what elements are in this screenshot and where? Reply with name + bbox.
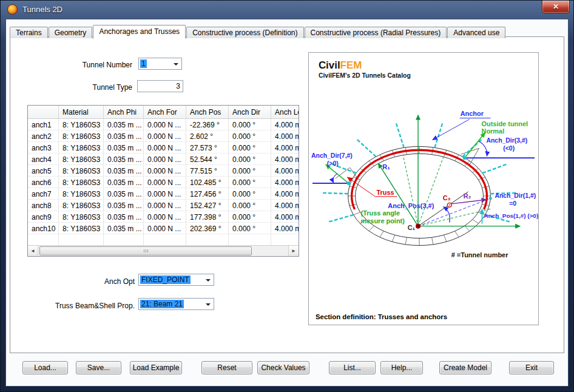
- scroll-right-button[interactable]: ►: [288, 246, 299, 256]
- table-row[interactable]: anch28: Y1860S30.035 m ...0.000 N ...2.6…: [28, 130, 299, 142]
- exit-button[interactable]: Exit: [509, 361, 554, 374]
- table-cell: [271, 234, 299, 245]
- table-cell: 0.000 N ...: [144, 130, 186, 141]
- column-header[interactable]: Anch For: [144, 106, 186, 118]
- table-cell: 8: Y1860S3: [59, 188, 104, 199]
- chevron-down-icon: [174, 63, 178, 66]
- table-cell: [186, 234, 229, 245]
- dialog-client-area: Terrains Geometry Anchorages and Trusses…: [5, 19, 569, 387]
- column-header[interactable]: Material: [59, 106, 104, 118]
- table-row[interactable]: anch88: Y1860S30.035 m ...0.000 N ...152…: [28, 200, 299, 211]
- anch-opt-value: FIXED_POINT: [140, 275, 191, 284]
- anchor-table[interactable]: MaterialAnch PhiAnch ForAnch PosAnch Dir…: [27, 105, 299, 257]
- table-cell: anch9: [28, 211, 59, 222]
- table-row[interactable]: anch48: Y1860S30.035 m ...0.000 N ...52.…: [28, 154, 299, 165]
- tunnel-number-select[interactable]: 1: [138, 58, 182, 70]
- table-cell: 4.000 m: [271, 154, 299, 164]
- c2-label: C₂: [443, 194, 451, 201]
- table-cell: 0.035 m ...: [104, 142, 144, 153]
- outside-normal-arrow: [465, 132, 485, 158]
- anchor-line: [328, 215, 353, 222]
- create-model-button[interactable]: Create Model: [439, 361, 491, 374]
- table-row[interactable]: anch68: Y1860S30.035 m ...0.000 N ...102…: [28, 177, 299, 188]
- anch-dir3-sign: (<0): [503, 145, 515, 152]
- scroll-left-button[interactable]: ◄: [28, 246, 38, 256]
- table-cell: [144, 234, 186, 245]
- table-cell: 0.000 °: [229, 223, 271, 234]
- tunnel-number-value: 1: [140, 59, 147, 68]
- table-row[interactable]: anch38: Y1860S30.035 m ...0.000 N ...27.…: [28, 142, 299, 154]
- table-cell: anch5: [28, 165, 59, 176]
- r2-radius-arrow: [451, 200, 487, 204]
- load-example-button[interactable]: Load Example: [130, 361, 182, 374]
- tab-constructive-process-radial-pressures[interactable]: Constructive process (Radial Pressures): [305, 27, 447, 38]
- truss-angle-note-line1: (Truss angle: [361, 209, 400, 217]
- table-cell: 0.000 °: [229, 154, 271, 164]
- table-cell: 0.000 °: [229, 211, 271, 222]
- horizontal-scrollbar[interactable]: ◄ ►: [28, 245, 299, 256]
- table-cell: 4.000 m: [271, 177, 299, 188]
- truss-prop-label: Truss Beam&Shell Prop.: [35, 302, 135, 310]
- table-row[interactable]: anch78: Y1860S30.035 m ...0.000 N ...127…: [28, 188, 299, 200]
- column-header[interactable]: Anch Dir: [229, 106, 271, 118]
- chevron-down-icon: [206, 279, 211, 282]
- table-cell: 8: Y1860S3: [59, 154, 104, 164]
- table-cell: 0.035 m ...: [104, 165, 144, 176]
- save-button[interactable]: Save...: [76, 361, 121, 374]
- table-cell: 4.000 m: [271, 211, 299, 222]
- tunnel-type-field[interactable]: [137, 80, 183, 92]
- table-cell: 0.000 °: [229, 165, 271, 176]
- scrollbar-track[interactable]: [38, 246, 288, 256]
- column-header[interactable]: Anch Pos: [186, 106, 229, 118]
- tab-strip: Terrains Geometry Anchorages and Trusses…: [10, 25, 506, 38]
- close-button[interactable]: ✕: [542, 1, 570, 13]
- table-cell: 0.035 m ...: [104, 200, 144, 211]
- tab-geometry[interactable]: Geometry: [49, 27, 93, 38]
- truss-angle-note-line2: mesure point): [361, 217, 405, 225]
- tab-page-anchorages: Tunnel Number 1 Tunnel Type MaterialAnch…: [10, 36, 564, 353]
- anch-opt-select[interactable]: FIXED_POINT: [138, 274, 214, 286]
- help-button[interactable]: Help...: [380, 361, 423, 374]
- title-bar[interactable]: Tunnels 2D ✕: [1, 1, 574, 19]
- column-header[interactable]: Anch Le: [271, 106, 299, 118]
- check-values-button[interactable]: Check Values: [257, 361, 309, 374]
- table-cell: 0.000 °: [229, 200, 271, 211]
- table-cell: 4.000 m: [271, 165, 299, 176]
- green-dashed-ray: [418, 209, 491, 226]
- tunnel-type-label: Tunnel Type: [47, 83, 132, 92]
- tunnels-2d-window: Tunnels 2D ✕ Terrains Geometry Anchorage…: [0, 0, 574, 392]
- scrollbar-thumb[interactable]: [39, 246, 252, 255]
- table-row[interactable]: anch18: Y1860S30.035 m ...0.000 N ...-22…: [28, 119, 299, 130]
- list-button[interactable]: List...: [329, 361, 376, 374]
- table-cell: 152.427 °: [186, 200, 229, 211]
- column-header[interactable]: Anch Phi: [104, 106, 144, 118]
- table-cell: 177.398 °: [186, 211, 229, 222]
- truss-prop-select[interactable]: 21: Beam 21: [138, 298, 214, 310]
- table-cell: 8: Y1860S3: [59, 177, 104, 188]
- load-button[interactable]: Load...: [22, 361, 68, 374]
- tunnel-number-note: # =Tunnel number: [451, 251, 508, 259]
- table-body: anch18: Y1860S30.035 m ...0.000 N ...-22…: [28, 119, 299, 246]
- table-cell: anch4: [28, 154, 59, 164]
- table-cell: 0.000 N ...: [144, 165, 186, 176]
- column-header[interactable]: [28, 106, 59, 118]
- tab-constructive-process-definition[interactable]: Constructive process (Definition): [186, 27, 303, 38]
- table-row[interactable]: anch98: Y1860S30.035 m ...0.000 N ...177…: [28, 211, 299, 223]
- table-row[interactable]: anch108: Y1860S30.035 m ...0.000 N ...20…: [28, 223, 299, 234]
- table-row[interactable]: [28, 234, 299, 246]
- green-dashed-ray: [418, 157, 444, 226]
- reset-button[interactable]: Reset: [201, 361, 252, 374]
- tab-terrains[interactable]: Terrains: [10, 27, 48, 38]
- table-cell: 77.515 °: [186, 165, 229, 176]
- table-cell: 0.000 °: [229, 119, 271, 130]
- table-cell: anch2: [28, 130, 59, 141]
- tab-advanced-use[interactable]: Advanced use: [447, 27, 505, 38]
- left-support-wedge: [336, 167, 359, 180]
- tab-anchorages-and-trusses[interactable]: Anchorages and Trusses: [93, 25, 186, 39]
- anch-dir1-label: Anch_Dir(1,#): [495, 192, 536, 199]
- table-cell: 27.573 °: [186, 142, 229, 153]
- table-cell: 4.000 m: [271, 142, 299, 153]
- table-cell: [59, 234, 104, 245]
- anch1-point: [489, 197, 492, 200]
- table-row[interactable]: anch58: Y1860S30.035 m ...0.000 N ...77.…: [28, 165, 299, 177]
